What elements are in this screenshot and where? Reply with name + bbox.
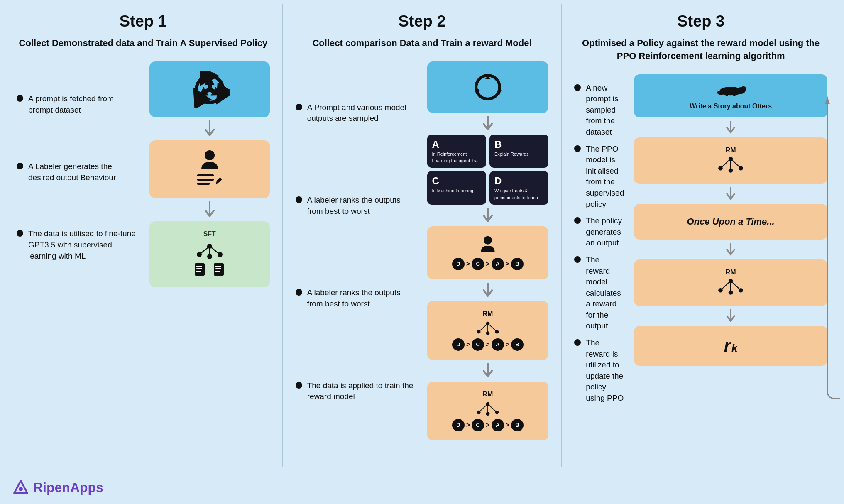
rank-d-3: D [452, 419, 465, 431]
reward-k: k [731, 342, 737, 355]
svg-point-40 [717, 90, 725, 95]
step2-column: Step 2 Collect comparison Data and Train… [283, 4, 562, 467]
s3-rm-network-1 [716, 154, 745, 175]
svg-point-0 [205, 150, 215, 160]
choice-a: A In Reinforcement Learning the agent it… [427, 135, 486, 168]
choice-b-letter: B [494, 139, 543, 150]
step3-card-orange-3: RM [634, 259, 827, 306]
s2-bullet-dot-1 [296, 104, 302, 110]
svg-rect-12 [196, 266, 202, 267]
s3-rm-label-1: RM [726, 147, 736, 154]
s2-arrow-2 [482, 208, 494, 223]
step2-bullets: A Prompt and various model outputs are s… [296, 61, 417, 440]
svg-point-59 [19, 487, 23, 491]
choice-c-desc: In Machine Learning [432, 188, 474, 193]
step1-bullet-3: The data is utilised to fine-tune GPT3.5… [17, 228, 137, 262]
footer: RipenApps [0, 471, 844, 504]
step3-card-orange-2: Once Upon a Time... [634, 204, 827, 240]
s3-dot-4 [574, 256, 581, 263]
svg-rect-13 [196, 268, 202, 269]
rank-b-1: B [511, 258, 524, 270]
choice-b-desc: Explain Rewards [494, 152, 529, 157]
step2-bullet-1: A Prompt and various model outputs are s… [296, 102, 417, 124]
arrow-down-1 [203, 120, 216, 137]
bullet-dot-2 [17, 163, 23, 169]
step3-bullet-text-1: A new prompt is sampled from the dataset [586, 83, 624, 138]
step1-bullet-text-3: The data is utilised to fine-tune GPT3.5… [28, 228, 137, 262]
step3-bullet-text-3: The policy generates an output [586, 215, 624, 249]
s3-arrow-1 [725, 121, 736, 134]
s3-dot-1 [574, 84, 581, 91]
rm-label-2: RM [482, 391, 493, 398]
choice-d: D We give treats & punishments to teach [489, 171, 548, 205]
svg-rect-17 [215, 268, 221, 269]
list-edit-icon [195, 172, 224, 189]
choice-b: B Explain Rewards [489, 135, 548, 168]
main-container: Step 1 Collect Demonstrated data and Tra… [0, 0, 844, 471]
step1-bullet-text-2: A Labeler generates the desired output B… [28, 161, 137, 183]
step2-recycle-icon [469, 71, 506, 104]
s2-bullet-dot-3 [296, 289, 302, 296]
svg-rect-2 [197, 179, 214, 181]
step2-content: A Prompt and various model outputs are s… [296, 61, 549, 440]
step1-bullet-text-1: A prompt is fetched from prompt dataset [28, 93, 137, 115]
step3-bullet-1: A new prompt is sampled from the dataset [574, 83, 624, 138]
s3-rm-network-2 [716, 276, 745, 297]
svg-line-57 [731, 281, 741, 290]
choice-a-desc: In Reinforcement Learning the agent its.… [432, 152, 480, 163]
svg-line-34 [479, 404, 488, 412]
otter-text: Write a Story about Otters [690, 103, 772, 110]
step2-card-blue [427, 61, 549, 113]
step1-card-green: SFT [149, 221, 270, 287]
choice-d-letter: D [494, 175, 543, 187]
person-icon [197, 149, 222, 172]
s3-dot-5 [574, 339, 581, 346]
rm-label-1: RM [482, 310, 493, 318]
otter-icon [714, 82, 747, 99]
rank-d-1: D [452, 258, 465, 270]
rank-c-1: C [472, 258, 484, 270]
svg-rect-14 [196, 271, 201, 272]
s3-dot-3 [574, 217, 581, 224]
ranking-row-3: D > C > A > B [452, 419, 524, 431]
step3-bullets: A new prompt is sampled from the dataset… [574, 74, 624, 410]
svg-rect-3 [197, 183, 210, 185]
ranking-row-2: D > C > A > B [452, 338, 524, 351]
curved-feedback-arrow [823, 74, 844, 410]
step3-title: Step 3 [574, 12, 827, 30]
rank-c-2: C [472, 338, 484, 351]
step3-column: Step 3 Optimised a Policy against the re… [562, 4, 840, 467]
step3-bullet-3: The policy generates an output [574, 215, 624, 249]
step1-content: A prompt is fetched from prompt dataset … [17, 61, 270, 287]
rank-d-2: D [452, 338, 465, 351]
step1-bullet-2: A Labeler generates the desired output B… [17, 161, 137, 183]
step1-bullet-1: A prompt is fetched from prompt dataset [17, 93, 137, 115]
step3-content: A new prompt is sampled from the dataset… [574, 74, 827, 410]
choice-c-letter: C [432, 175, 481, 187]
step2-card-orange-3: RM D > C > A [427, 382, 549, 440]
rank-c-3: C [472, 419, 484, 431]
step2-bullet-text-3: A labeler ranks the outputs from best to… [307, 287, 417, 309]
reward-r: r [724, 336, 731, 356]
s2-arrow-1 [482, 116, 494, 131]
once-upon-text: Once Upon a Time... [687, 216, 775, 227]
svg-point-22 [484, 236, 492, 245]
doc-icon-1 [194, 262, 208, 278]
step3-bullet-5: The reward is utilized to update the pol… [574, 338, 624, 404]
bullet-dot-1 [17, 95, 23, 102]
step3-card-blue: Write a Story about Otters [634, 74, 827, 117]
svg-line-8 [199, 246, 210, 254]
s3-rm-label-2: RM [726, 269, 736, 276]
svg-point-39 [741, 86, 746, 91]
s2-arrow-3 [482, 283, 494, 298]
svg-line-50 [731, 159, 741, 168]
s2-bullet-dot-4 [296, 382, 302, 389]
network-icon [193, 238, 226, 261]
svg-line-48 [721, 159, 731, 168]
choice-a-letter: A [432, 139, 481, 150]
svg-line-29 [488, 323, 497, 332]
choice-c: C In Machine Learning [427, 171, 486, 205]
doc-icon-2 [211, 262, 225, 278]
svg-line-55 [721, 281, 731, 290]
step2-person-icon [477, 235, 498, 254]
